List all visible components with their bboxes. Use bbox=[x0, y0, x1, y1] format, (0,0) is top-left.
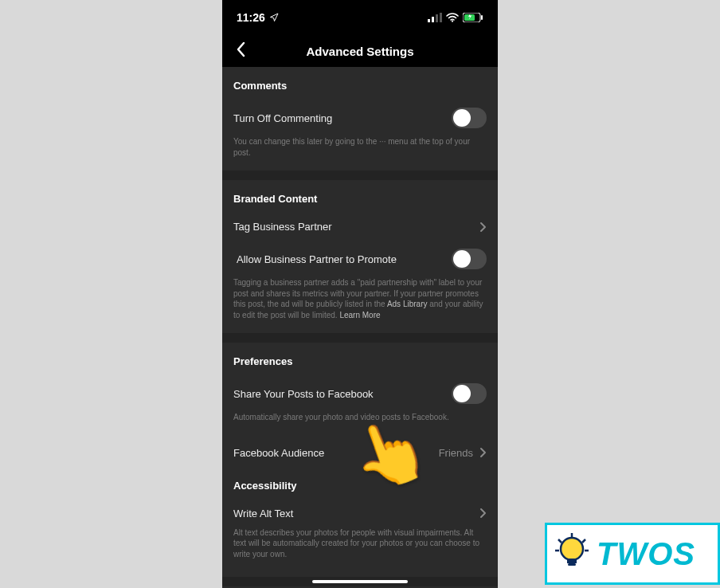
svg-rect-0 bbox=[428, 19, 430, 22]
phone-frame: 11:26 Advanced Settings Comments bbox=[222, 0, 498, 588]
svg-rect-2 bbox=[436, 14, 438, 22]
tag-business-partner-label: Tag Business Partner bbox=[233, 221, 479, 233]
share-helper: Automatically share your photo and video… bbox=[233, 412, 487, 431]
share-to-facebook-toggle[interactable] bbox=[452, 383, 487, 404]
chevron-right-icon bbox=[479, 221, 487, 233]
status-time: 11:26 bbox=[237, 11, 265, 24]
battery-icon bbox=[463, 13, 483, 22]
status-bar: 11:26 bbox=[222, 0, 498, 35]
section-divider bbox=[222, 171, 498, 180]
branded-helper: Tagging a business partner adds a "paid … bbox=[233, 277, 487, 328]
ads-library-link[interactable]: Ads Library bbox=[387, 300, 428, 308]
chevron-right-icon bbox=[479, 508, 487, 519]
svg-line-13 bbox=[582, 539, 585, 543]
preferences-section: Preferences Share Your Posts to Facebook… bbox=[222, 343, 498, 472]
home-indicator[interactable] bbox=[312, 580, 408, 583]
comments-helper: You can change this later by going to th… bbox=[233, 136, 487, 166]
section-divider bbox=[222, 333, 498, 343]
write-alt-text-label: Write Alt Text bbox=[233, 508, 479, 519]
svg-rect-1 bbox=[432, 17, 434, 22]
svg-rect-6 bbox=[481, 15, 483, 20]
comments-section: Comments Turn Off Commenting You can cha… bbox=[222, 67, 498, 171]
accessibility-section: Accessibility Write Alt Text Alt text de… bbox=[222, 472, 498, 573]
accessibility-header: Accessibility bbox=[233, 475, 487, 500]
twos-text: TWOS bbox=[597, 536, 695, 572]
svg-rect-3 bbox=[440, 13, 442, 22]
twos-badge: TWOS bbox=[545, 523, 720, 585]
allow-partner-promote-row[interactable]: Allow Business Partner to Promote bbox=[233, 241, 487, 277]
status-left: 11:26 bbox=[237, 11, 279, 24]
turn-off-commenting-row[interactable]: Turn Off Commenting bbox=[233, 100, 487, 136]
branded-content-header: Branded Content bbox=[233, 188, 487, 213]
back-button[interactable] bbox=[230, 37, 251, 65]
lightbulb-icon bbox=[555, 533, 589, 574]
svg-rect-10 bbox=[568, 563, 576, 566]
svg-line-12 bbox=[558, 539, 562, 543]
svg-point-4 bbox=[452, 20, 453, 22]
learn-more-link[interactable]: Learn More bbox=[339, 311, 380, 319]
turn-off-commenting-label: Turn Off Commenting bbox=[233, 112, 452, 124]
write-alt-text-row[interactable]: Write Alt Text bbox=[233, 500, 487, 527]
facebook-audience-row[interactable]: Facebook Audience Friends bbox=[233, 439, 487, 467]
page-title: Advanced Settings bbox=[222, 45, 498, 58]
allow-partner-promote-toggle[interactable] bbox=[452, 249, 487, 269]
allow-partner-promote-label: Allow Business Partner to Promote bbox=[237, 253, 452, 265]
wifi-icon bbox=[446, 13, 459, 22]
signal-icon bbox=[428, 13, 442, 22]
nav-bar: Advanced Settings bbox=[222, 35, 498, 67]
comments-header: Comments bbox=[233, 75, 487, 100]
status-right bbox=[428, 13, 483, 22]
svg-rect-9 bbox=[567, 559, 577, 563]
chevron-right-icon bbox=[479, 447, 487, 458]
preferences-header: Preferences bbox=[233, 351, 487, 375]
alt-text-helper: Alt text describes your photos for peopl… bbox=[233, 527, 487, 568]
svg-point-8 bbox=[561, 538, 583, 560]
settings-content: Comments Turn Off Commenting You can cha… bbox=[222, 67, 498, 586]
branded-content-section: Branded Content Tag Business Partner All… bbox=[222, 180, 498, 333]
facebook-audience-label: Facebook Audience bbox=[233, 447, 439, 459]
share-to-facebook-row[interactable]: Share Your Posts to Facebook bbox=[233, 375, 487, 412]
share-to-facebook-label: Share Your Posts to Facebook bbox=[233, 388, 452, 400]
turn-off-commenting-toggle[interactable] bbox=[452, 108, 487, 128]
tag-business-partner-row[interactable]: Tag Business Partner bbox=[233, 213, 487, 241]
facebook-audience-value: Friends bbox=[439, 447, 473, 459]
location-icon bbox=[269, 13, 279, 22]
